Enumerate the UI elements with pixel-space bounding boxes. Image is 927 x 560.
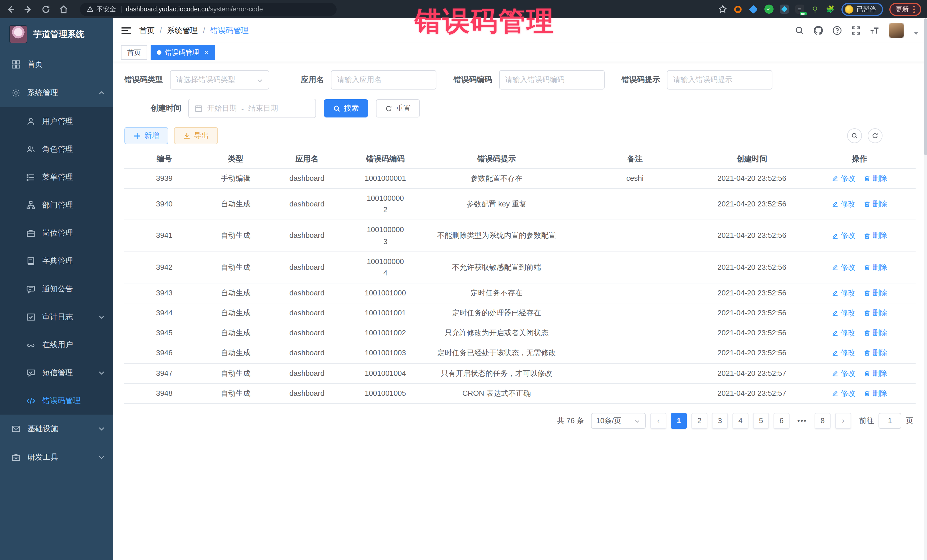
sidebar-item-13[interactable]: 基础设施 <box>0 414 113 443</box>
edit-link[interactable]: 修改 <box>831 348 856 359</box>
delete-link[interactable]: 删除 <box>863 287 887 299</box>
sidebar-item-3[interactable]: 角色管理 <box>0 135 113 163</box>
goto-page-input[interactable]: 1 <box>878 413 901 429</box>
edit-link[interactable]: 修改 <box>831 367 856 379</box>
orange-ring-extension-icon[interactable] <box>733 5 742 14</box>
table-row[interactable]: 3947自动生成dashboard1001001004只有开启状态的任务，才可以… <box>125 364 916 384</box>
date-end-input[interactable]: 结束日期 <box>248 103 278 114</box>
sidebar-item-12[interactable]: 错误码管理 <box>0 387 113 414</box>
export-button[interactable]: 导出 <box>174 127 218 144</box>
fullscreen-icon[interactable] <box>851 26 861 35</box>
table-row[interactable]: 3940自动生成dashboard100100000 2参数配置 key 重复2… <box>125 189 916 220</box>
error-hint-input[interactable]: 请输入错误码提示 <box>667 70 772 90</box>
table-row[interactable]: 3946自动生成dashboard1001001003定时任务已经处于该状态，无… <box>125 344 916 364</box>
search-icon[interactable] <box>795 26 804 35</box>
table-row[interactable]: 3941自动生成dashboard100100000 3不能删除类型为系统内置的… <box>125 220 916 252</box>
tag-close-icon[interactable]: ✕ <box>204 49 209 56</box>
sidebar-item-7[interactable]: 字典管理 <box>0 247 113 275</box>
list-on-extension-icon[interactable]: on≡ <box>795 5 804 14</box>
prev-page-button[interactable]: ‹ <box>650 413 666 429</box>
error-code-input[interactable]: 请输入错误码编码 <box>499 70 605 90</box>
add-button[interactable]: 新增 <box>125 127 168 144</box>
reload-icon[interactable] <box>41 4 51 14</box>
app-logo-row[interactable]: 芋道管理系统 <box>0 18 113 50</box>
date-range-picker[interactable]: 开始日期 - 结束日期 <box>188 99 316 118</box>
puzzle-extension-icon[interactable]: 🧩 <box>826 5 835 14</box>
table-row[interactable]: 3939手动编辑dashboard1001000001参数配置不存在ceshi2… <box>125 169 916 189</box>
delete-link[interactable]: 删除 <box>863 199 887 210</box>
edit-link[interactable]: 修改 <box>831 328 856 339</box>
back-icon[interactable] <box>6 4 15 14</box>
edit-link[interactable]: 修改 <box>831 199 856 210</box>
edit-link[interactable]: 修改 <box>831 307 856 319</box>
table-row[interactable]: 3948自动生成dashboard1001001005CRON 表达式不正确20… <box>125 384 916 404</box>
delete-link[interactable]: 删除 <box>863 367 887 379</box>
next-page-button[interactable]: › <box>835 413 851 429</box>
page-button-1[interactable]: 1 <box>671 413 687 429</box>
page-button-2[interactable]: 2 <box>691 413 707 429</box>
delete-link[interactable]: 删除 <box>863 173 887 184</box>
browser-profile-badge[interactable]: 已暂停 <box>841 3 883 16</box>
bookmark-star-icon[interactable] <box>718 5 727 14</box>
forward-icon[interactable] <box>23 4 33 14</box>
not-secure-warning[interactable]: 不安全 <box>87 5 116 14</box>
sidebar-item-0[interactable]: 首页 <box>0 50 113 79</box>
edit-link[interactable]: 修改 <box>831 287 856 299</box>
page-button-3[interactable]: 3 <box>712 413 728 429</box>
edit-link[interactable]: 修改 <box>831 230 856 241</box>
hamburger-icon[interactable] <box>121 25 131 36</box>
home-icon[interactable] <box>59 4 68 14</box>
table-row[interactable]: 3944自动生成dashboard1001001001定时任务的处理器已经存在2… <box>125 304 916 323</box>
browser-update-button[interactable]: 更新 <box>889 3 921 16</box>
sidebar-item-11[interactable]: 短信管理 <box>0 359 113 387</box>
avatar-caret-down-icon[interactable] <box>913 28 919 33</box>
user-avatar[interactable] <box>889 23 904 38</box>
sidebar-item-9[interactable]: 审计日志 <box>0 303 113 331</box>
sidebar-item-14[interactable]: 研发工具 <box>0 443 113 472</box>
page-button-4[interactable]: 4 <box>732 413 748 429</box>
edit-link[interactable]: 修改 <box>831 173 856 184</box>
sidebar-item-6[interactable]: 岗位管理 <box>0 219 113 247</box>
blue-gem-extension-icon[interactable] <box>749 5 758 14</box>
delete-link[interactable]: 删除 <box>863 307 887 319</box>
show-search-toggle-button[interactable] <box>847 128 862 143</box>
table-row[interactable]: 3945自动生成dashboard1001001002只允许修改为开启或者关闭状… <box>125 323 916 344</box>
delete-link[interactable]: 删除 <box>863 328 887 339</box>
page-button-5[interactable]: 5 <box>753 413 769 429</box>
sidebar-item-8[interactable]: 通知公告 <box>0 275 113 303</box>
edit-link[interactable]: 修改 <box>831 387 856 399</box>
help-icon[interactable] <box>832 26 842 35</box>
page-button-8[interactable]: 8 <box>815 413 831 429</box>
delete-link[interactable]: 删除 <box>863 230 887 241</box>
breadcrumb-system[interactable]: 系统管理 <box>167 25 198 36</box>
scrollbar[interactable] <box>924 18 927 560</box>
sidebar-item-2[interactable]: 用户管理 <box>0 107 113 135</box>
page-button-6[interactable]: 6 <box>774 413 790 429</box>
search-button[interactable]: 搜索 <box>324 99 368 117</box>
sidebar-item-5[interactable]: 部门管理 <box>0 191 113 219</box>
delete-link[interactable]: 删除 <box>863 348 887 359</box>
refresh-table-button[interactable] <box>868 128 883 143</box>
reset-button[interactable]: 重置 <box>376 99 420 117</box>
sidebar-item-1[interactable]: 系统管理 <box>0 79 113 107</box>
tag-error-code[interactable]: 错误码管理 ✕ <box>150 45 215 60</box>
app-name-input[interactable]: 请输入应用名 <box>331 70 436 90</box>
date-start-input[interactable]: 开始日期 <box>207 103 237 114</box>
font-size-icon[interactable] <box>870 26 880 35</box>
delete-link[interactable]: 删除 <box>863 387 887 399</box>
edit-link[interactable]: 修改 <box>831 262 856 273</box>
table-row[interactable]: 3943自动生成dashboard1001001000定时任务不存在2021-0… <box>125 284 916 304</box>
sidebar-item-10[interactable]: 在线用户 <box>0 331 113 359</box>
table-row[interactable]: 3942自动生成dashboard100100000 4不允许获取敏感配置到前端… <box>125 252 916 284</box>
green-key-extension-icon[interactable]: ⚲ <box>810 5 819 14</box>
sidebar-item-4[interactable]: 菜单管理 <box>0 163 113 191</box>
page-size-select[interactable]: 10条/页 <box>591 413 646 429</box>
green-circle-extension-icon[interactable]: ✓ <box>764 5 773 14</box>
browser-menu-icon[interactable] <box>913 5 915 13</box>
tag-home[interactable]: 首页 <box>121 45 147 60</box>
github-icon[interactable] <box>813 26 823 35</box>
blue-diamond-extension-icon[interactable] <box>780 5 789 14</box>
delete-link[interactable]: 删除 <box>863 262 887 273</box>
error-type-select[interactable]: 请选择错误码类型 <box>170 70 269 90</box>
address-bar[interactable]: 不安全 dashboard.yudao.iocoder.cn/system/er… <box>80 3 337 16</box>
